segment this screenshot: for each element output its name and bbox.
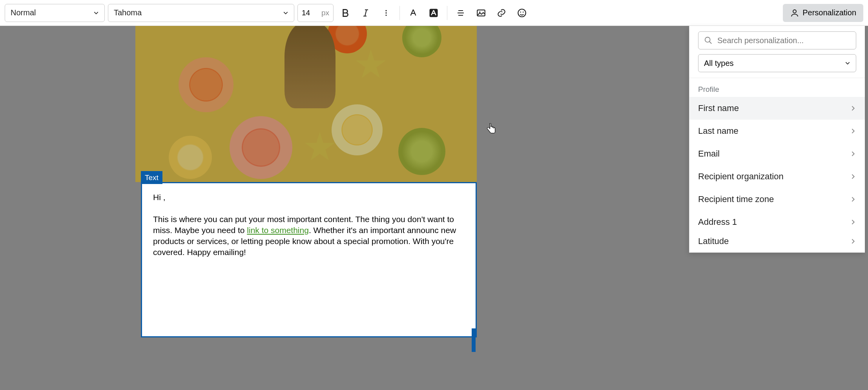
text-color-icon xyxy=(408,8,418,18)
svg-point-5 xyxy=(385,15,387,16)
item-label: Recipient time zone xyxy=(698,194,774,204)
font-size-input[interactable]: 14 px xyxy=(297,4,334,22)
emoji-icon xyxy=(517,8,527,18)
paragraph-style-select[interactable]: Normal xyxy=(5,4,105,22)
font-size-value: 14 xyxy=(302,9,310,17)
personalization-item-recipient-tz[interactable]: Recipient time zone xyxy=(689,188,865,211)
chevron-right-icon xyxy=(850,173,856,180)
editor-canvas: Text Hi , This is where you can put your… xyxy=(0,26,868,390)
font-family-value: Tahoma xyxy=(114,8,142,17)
item-label: First name xyxy=(698,103,739,113)
search-container xyxy=(698,31,856,49)
body-link[interactable]: link to something xyxy=(247,226,309,235)
svg-point-4 xyxy=(385,12,387,13)
item-label: Address 1 xyxy=(698,217,737,227)
type-filter-select[interactable]: All types xyxy=(698,54,856,72)
selection-handle[interactable] xyxy=(472,328,476,352)
paragraph-style-value: Normal xyxy=(11,8,36,17)
chevron-down-icon xyxy=(845,60,850,66)
image-icon xyxy=(476,8,486,18)
chevron-right-icon xyxy=(850,219,856,225)
svg-point-3 xyxy=(385,10,387,11)
image-button[interactable] xyxy=(472,4,490,22)
personalization-item-first-name[interactable]: First name xyxy=(689,97,865,120)
personalization-item-recipient-org[interactable]: Recipient organization xyxy=(689,165,865,188)
chevron-right-icon xyxy=(850,151,856,157)
item-label: Recipient organization xyxy=(698,171,784,182)
align-icon xyxy=(456,8,465,18)
search-icon xyxy=(704,36,713,45)
search-personalization-input[interactable] xyxy=(717,36,850,45)
italic-icon xyxy=(361,8,370,18)
separator xyxy=(399,6,400,20)
align-button[interactable] xyxy=(452,4,469,22)
chevron-right-icon xyxy=(850,128,856,134)
section-label-profile: Profile xyxy=(689,78,865,97)
personalization-label: Personalization xyxy=(802,8,856,17)
block-type-tag: Text xyxy=(141,171,162,184)
personalization-item-email[interactable]: Email xyxy=(689,142,865,165)
item-label: Email xyxy=(698,149,720,159)
italic-button[interactable] xyxy=(357,4,374,22)
svg-line-17 xyxy=(709,42,712,44)
personalization-item-latitude[interactable]: Latitude xyxy=(689,233,865,249)
highlight-icon xyxy=(428,7,439,18)
text-content-block[interactable]: Text Hi , This is where you can put your… xyxy=(141,182,477,337)
personalization-panel: All types Profile First name Last name E… xyxy=(689,26,865,253)
link-button[interactable] xyxy=(493,4,510,22)
font-family-select[interactable]: Tahoma xyxy=(108,4,294,22)
email-preview: Text Hi , This is where you can put your… xyxy=(135,26,477,337)
greeting-line: Hi , xyxy=(153,192,465,203)
hero-image[interactable] xyxy=(135,26,477,182)
more-formatting-button[interactable] xyxy=(377,4,395,22)
svg-line-2 xyxy=(365,10,367,16)
chevron-right-icon xyxy=(850,105,856,111)
chevron-right-icon xyxy=(850,196,856,202)
item-label: Last name xyxy=(698,126,739,136)
svg-point-12 xyxy=(518,9,526,17)
svg-point-13 xyxy=(520,11,521,13)
person-icon xyxy=(790,8,799,18)
item-label: Latitude xyxy=(698,236,729,246)
svg-point-14 xyxy=(523,11,524,13)
editor-toolbar: Normal Tahoma 14 px Personalization xyxy=(0,0,868,26)
svg-point-16 xyxy=(705,37,710,42)
text-color-button[interactable] xyxy=(405,4,422,22)
link-icon xyxy=(496,8,507,18)
separator xyxy=(447,6,447,20)
font-size-unit: px xyxy=(321,9,329,17)
bold-icon xyxy=(340,8,350,18)
body-paragraph: This is where you can put your most impo… xyxy=(153,214,465,258)
search-input-wrap[interactable] xyxy=(698,31,856,49)
personalization-button[interactable]: Personalization xyxy=(783,4,863,22)
svg-point-15 xyxy=(793,10,796,13)
bold-button[interactable] xyxy=(337,4,354,22)
highlight-color-button[interactable] xyxy=(425,4,442,22)
emoji-button[interactable] xyxy=(513,4,531,22)
personalization-item-last-name[interactable]: Last name xyxy=(689,120,865,142)
chevron-right-icon xyxy=(850,238,856,244)
pointer-cursor-icon xyxy=(486,123,496,134)
type-filter-value: All types xyxy=(704,59,734,68)
kebab-icon xyxy=(382,9,390,17)
chevron-down-icon xyxy=(283,10,288,16)
chevron-down-icon xyxy=(93,10,99,16)
personalization-item-address-1[interactable]: Address 1 xyxy=(689,211,865,233)
